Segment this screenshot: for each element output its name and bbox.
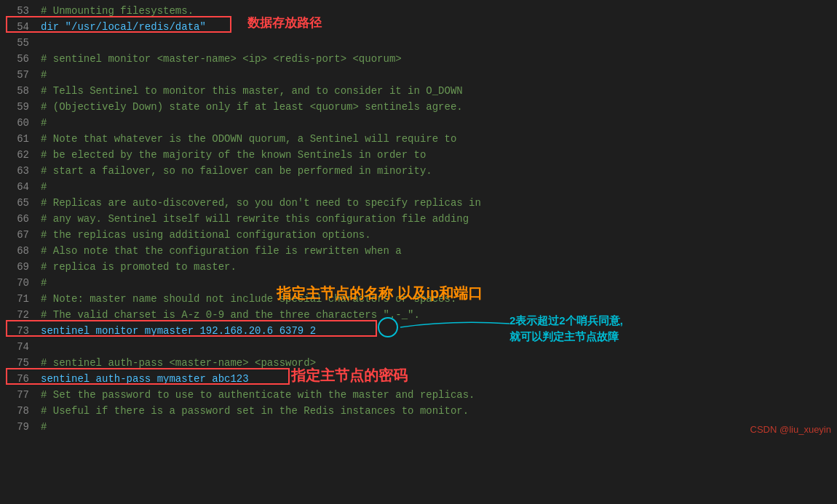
code-line: 74 (0, 339, 837, 355)
line-number: 67 (6, 227, 29, 243)
line-number: 54 (6, 19, 29, 35)
line-content: # Replicas are auto-discovered, so you d… (41, 195, 831, 211)
code-line: 67# the replicas using additional config… (0, 227, 837, 243)
line-content: # (Objectively Down) state only if at le… (41, 99, 831, 115)
line-content: # Useful if there is a password set in t… (41, 403, 831, 419)
code-line: 65# Replicas are auto-discovered, so you… (0, 195, 837, 211)
line-number: 60 (6, 115, 29, 131)
code-line: 79# (0, 419, 837, 435)
line-content: # start a failover, so no failover can b… (41, 163, 831, 179)
line-content: # sentinel monitor <master-name> <ip> <r… (41, 51, 831, 67)
line-number: 53 (6, 3, 29, 19)
line-content: # sentinel auth-pass <master-name> <pass… (41, 355, 831, 371)
line-number: 76 (6, 371, 29, 387)
code-line: 60# (0, 115, 837, 131)
line-number: 58 (6, 83, 29, 99)
line-content: # (41, 275, 831, 291)
code-line: 70# (0, 275, 837, 291)
line-content: # any way. Sentinel itself will rewrite … (41, 211, 831, 227)
code-line: 61# Note that whatever is the ODOWN quor… (0, 131, 837, 147)
code-line: 56# sentinel monitor <master-name> <ip> … (0, 51, 837, 67)
line-content: # The valid charset is A-z 0-9 and the t… (41, 307, 831, 323)
code-line: 71# Note: master name should not include… (0, 291, 837, 307)
line-number: 62 (6, 147, 29, 163)
line-number: 73 (6, 323, 29, 339)
line-number: 65 (6, 195, 29, 211)
line-content: # (41, 67, 831, 83)
line-content: # Note: master name should not include s… (41, 291, 831, 307)
line-number: 59 (6, 99, 29, 115)
line-number: 68 (6, 243, 29, 259)
line-content: sentinel monitor mymaster 192.168.20.6 6… (41, 323, 831, 339)
line-number: 72 (6, 307, 29, 323)
line-content: # (41, 179, 831, 195)
line-content: sentinel auth-pass mymaster abc123 (41, 371, 831, 387)
line-number: 56 (6, 51, 29, 67)
line-number: 61 (6, 131, 29, 147)
line-number: 69 (6, 259, 29, 275)
code-line: 76sentinel auth-pass mymaster abc123 (0, 371, 837, 387)
line-content: # Tells Sentinel to monitor this master,… (41, 83, 831, 99)
code-line: 75# sentinel auth-pass <master-name> <pa… (0, 355, 837, 371)
line-content: # (41, 419, 831, 435)
line-content: # replica is promoted to master. (41, 259, 831, 275)
line-content: # Unmounting filesystems. (41, 3, 831, 19)
line-number: 70 (6, 275, 29, 291)
line-number: 55 (6, 35, 29, 51)
line-number: 57 (6, 67, 29, 83)
line-content: # Note that whatever is the ODOWN quorum… (41, 131, 831, 147)
code-line: 69# replica is promoted to master. (0, 259, 837, 275)
code-line: 57# (0, 67, 837, 83)
line-content: # Also note that the configuration file … (41, 243, 831, 259)
code-line: 55 (0, 35, 837, 51)
code-line: 58# Tells Sentinel to monitor this maste… (0, 83, 837, 99)
code-line: 72# The valid charset is A-z 0-9 and the… (0, 307, 837, 323)
csdn-watermark: CSDN @liu_xueyin (750, 424, 831, 435)
line-number: 79 (6, 419, 29, 435)
code-line: 53# Unmounting filesystems. (0, 3, 837, 19)
line-content: # (41, 115, 831, 131)
code-line: 63# start a failover, so no failover can… (0, 163, 837, 179)
code-line: 78# Useful if there is a password set in… (0, 403, 837, 419)
line-number: 64 (6, 179, 29, 195)
line-number: 66 (6, 211, 29, 227)
line-content: dir "/usr/local/redis/data" (41, 19, 831, 35)
code-line: 77# Set the password to use to authentic… (0, 387, 837, 403)
line-number: 63 (6, 163, 29, 179)
line-content: # the replicas using additional configur… (41, 227, 831, 243)
code-line: 68# Also note that the configuration fil… (0, 243, 837, 259)
code-line: 64# (0, 179, 837, 195)
code-line: 59# (Objectively Down) state only if at … (0, 99, 837, 115)
code-line: 62# be elected by the majority of the kn… (0, 147, 837, 163)
code-line: 66# any way. Sentinel itself will rewrit… (0, 211, 837, 227)
code-line: 73sentinel monitor mymaster 192.168.20.6… (0, 323, 837, 339)
line-number: 77 (6, 387, 29, 403)
line-content: # Set the password to use to authenticat… (41, 387, 831, 403)
line-content: # be elected by the majority of the know… (41, 147, 831, 163)
code-editor: 53# Unmounting filesystems.54dir "/usr/l… (0, 0, 837, 438)
line-number: 78 (6, 403, 29, 419)
code-line: 54dir "/usr/local/redis/data" (0, 19, 837, 35)
line-number: 71 (6, 291, 29, 307)
line-number: 74 (6, 339, 29, 355)
line-number: 75 (6, 355, 29, 371)
